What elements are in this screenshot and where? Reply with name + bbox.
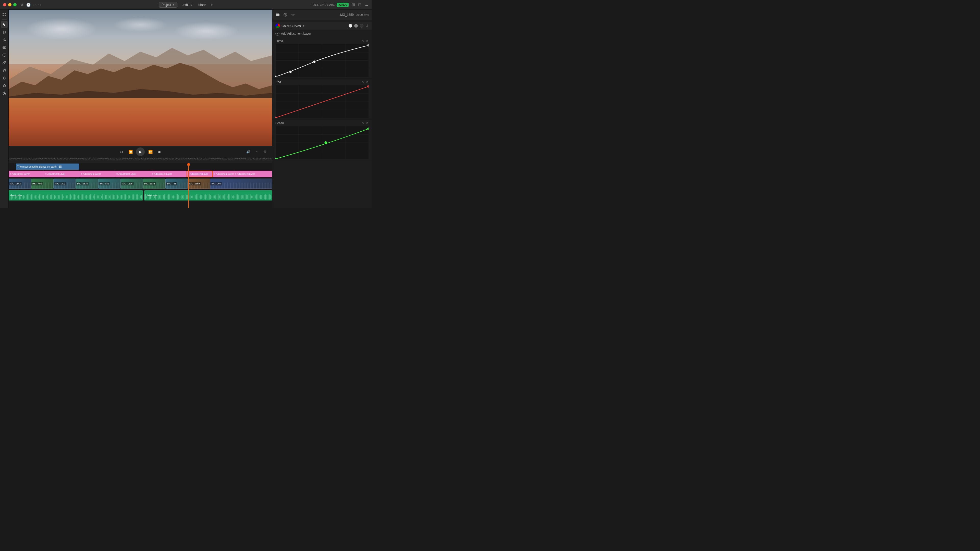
- link-tool[interactable]: [1, 59, 8, 66]
- adjustment-clip[interactable]: ≡Adjustment Layer: [234, 171, 272, 177]
- rock-formations-svg: [9, 33, 272, 108]
- reset-button[interactable]: ↺: [366, 24, 369, 28]
- title-clip[interactable]: The most beautiful places on earth - 3D: [16, 164, 79, 170]
- crop-tool[interactable]: [1, 29, 8, 35]
- color-curves-header[interactable]: Color Curves ▼ ↺: [272, 22, 372, 30]
- adjustment-clip[interactable]: ≡Adjustment Layer: [9, 171, 44, 177]
- add-tab-button[interactable]: +: [210, 3, 213, 7]
- zoom-level: 100%: [311, 3, 318, 6]
- playhead[interactable]: [188, 163, 189, 208]
- ruler-mark: 00:01:10:00: [91, 157, 103, 160]
- adjustment-clip[interactable]: ≡Adjustment Layer: [213, 171, 234, 177]
- video-clip[interactable]: IMG_495: [31, 179, 54, 189]
- fullscreen-button[interactable]: [13, 3, 17, 6]
- video-clip[interactable]: IMG_1142: [9, 179, 31, 189]
- project-dropdown[interactable]: Project ▼: [159, 2, 177, 8]
- subtitle-tool[interactable]: [1, 44, 8, 51]
- video-clip-label: IMG_1659: [188, 182, 201, 186]
- ruler-mark: 00:00:20:00: [29, 157, 41, 160]
- svg-line-11: [3, 38, 4, 40]
- tab-untitled[interactable]: untitled: [180, 2, 194, 8]
- video-clip[interactable]: IMG_743: [165, 179, 188, 189]
- adjustment-track-content: ≡Adjustment Layer≡Adjustment Layer≡Adjus…: [9, 170, 272, 178]
- cc-dot-white[interactable]: [348, 24, 352, 27]
- toolbar-separator: [2, 19, 7, 20]
- svg-rect-4: [3, 31, 5, 33]
- project-chevron: ▼: [172, 3, 175, 6]
- cc-dot-gray[interactable]: [354, 24, 358, 27]
- luma-curve-canvas[interactable]: [275, 44, 369, 77]
- ruler-mark: 00:01:00:00: [78, 157, 91, 160]
- svg-rect-3: [5, 15, 6, 16]
- ruler-mark: 00:00:10:00: [16, 157, 28, 160]
- ruler-mark: 00:01:50:00: [141, 157, 153, 160]
- green-reset-btn[interactable]: ↺: [366, 121, 369, 125]
- video-clip[interactable]: IMG_294: [210, 179, 272, 189]
- transform-tool[interactable]: [1, 75, 8, 81]
- preview-panel: ⏮ ⏪ ▶ ⏩ ⏭ 🔊 ≈ ⊞: [9, 10, 272, 157]
- layout-icon[interactable]: ⊟: [358, 2, 361, 7]
- adjustment-clip[interactable]: ≡Adjustment Layer: [44, 171, 80, 177]
- hand-tool[interactable]: [1, 67, 8, 74]
- mask-tool[interactable]: [1, 83, 8, 89]
- select-tool[interactable]: [1, 21, 8, 28]
- adjustment-clip[interactable]: ≡Adjustment Layer: [115, 171, 151, 177]
- waveform-toggle[interactable]: ≈: [253, 148, 260, 155]
- undo-button[interactable]: ↩: [33, 3, 36, 7]
- audio-clip[interactable]: classic.wav: [9, 190, 143, 200]
- screen-tool[interactable]: [1, 52, 8, 59]
- add-adjustment-label: Add Adjustment Layer: [281, 32, 311, 35]
- go-to-end-button[interactable]: ⏭: [156, 148, 163, 156]
- video-clip[interactable]: IMG_1839: [76, 179, 98, 189]
- video-clip[interactable]: IMG_1195: [121, 179, 143, 189]
- layout-toggle[interactable]: ⊞: [261, 148, 268, 155]
- luma-reset-btn[interactable]: ↺: [366, 39, 369, 43]
- history-button[interactable]: 🕐: [26, 3, 30, 7]
- panel-effects-icon[interactable]: [283, 12, 288, 17]
- svg-point-36: [325, 141, 327, 144]
- green-edit-btn[interactable]: ✎: [362, 121, 364, 125]
- svg-point-34: [367, 85, 369, 88]
- video-clip[interactable]: IMG_1043: [143, 179, 165, 189]
- minimize-button[interactable]: [8, 3, 11, 6]
- adjustment-clip[interactable]: ≡Adjustment Layer: [80, 171, 115, 177]
- red-label: Red: [275, 80, 362, 84]
- audio-clip[interactable]: classic.wav: [144, 190, 272, 200]
- cloud-icon[interactable]: ☁: [364, 2, 369, 7]
- step-forward-button[interactable]: ⏩: [147, 148, 154, 156]
- left-toolbar: [0, 10, 9, 208]
- video-clip[interactable]: IMG_1422: [53, 179, 76, 189]
- grid-icon[interactable]: ⊞: [352, 2, 355, 7]
- tab-blank[interactable]: blank: [196, 2, 208, 8]
- green-curve-canvas[interactable]: [275, 126, 369, 159]
- reload-button[interactable]: ↺: [21, 3, 24, 7]
- video-clip[interactable]: IMG_932: [98, 179, 121, 189]
- video-clip[interactable]: IMG_1659: [188, 179, 210, 189]
- adjustment-clip[interactable]: ≡Adjustment Layer: [151, 171, 186, 177]
- cut-tool[interactable]: [1, 37, 8, 43]
- red-curve-canvas[interactable]: [275, 85, 369, 118]
- cc-dot-dark[interactable]: [360, 24, 363, 27]
- panel-audio-icon[interactable]: [290, 12, 296, 17]
- svg-point-35: [275, 158, 277, 159]
- close-button[interactable]: [3, 3, 6, 6]
- ruler-marks: 00:00:00:0000:00:10:0000:00:20:0000:00:3…: [10, 157, 271, 163]
- adjustment-clip[interactable]: ≡Adjustment Layer: [186, 171, 213, 177]
- step-back-button[interactable]: ⏪: [127, 148, 134, 156]
- panel-layers-icon[interactable]: [275, 12, 280, 17]
- red-edit-btn[interactable]: ✎: [362, 80, 364, 84]
- audio-toggle[interactable]: 🔊: [245, 148, 251, 155]
- timer-tool[interactable]: [1, 90, 8, 97]
- red-reset-btn[interactable]: ↺: [366, 80, 369, 84]
- transport-controls: ⏮ ⏪ ▶ ⏩ ⏭ 🔊 ≈ ⊞: [9, 146, 272, 157]
- svg-rect-16: [3, 54, 6, 56]
- redo-button[interactable]: ↪: [38, 3, 41, 7]
- play-button[interactable]: ▶: [136, 148, 145, 156]
- app-icon-tool[interactable]: [1, 11, 8, 18]
- luma-edit-btn[interactable]: ✎: [362, 39, 364, 43]
- svg-point-33: [275, 117, 277, 118]
- ruler-mark: 00:02:50:00: [215, 157, 228, 160]
- go-to-start-button[interactable]: ⏮: [118, 148, 125, 156]
- video-clip-label: IMG_932: [99, 182, 110, 186]
- add-adjustment-button[interactable]: + Add Adjustment Layer: [272, 30, 372, 38]
